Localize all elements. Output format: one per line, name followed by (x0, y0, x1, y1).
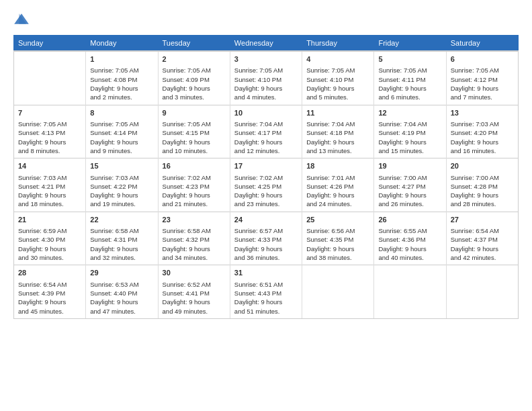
header-row: SundayMondayTuesdayWednesdayThursdayFrid… (14, 36, 519, 52)
calendar-cell: 13Sunrise: 7:03 AM Sunset: 4:20 PM Dayli… (446, 105, 518, 158)
day-info: Sunrise: 6:57 AM Sunset: 4:33 PM Dayligh… (234, 226, 298, 262)
calendar-cell: 25Sunrise: 6:56 AM Sunset: 4:35 PM Dayli… (302, 212, 374, 265)
calendar-cell: 29Sunrise: 6:53 AM Sunset: 4:40 PM Dayli… (86, 265, 158, 319)
calendar-cell: 9Sunrise: 7:05 AM Sunset: 4:15 PM Daylig… (158, 105, 230, 158)
day-info: Sunrise: 7:01 AM Sunset: 4:26 PM Dayligh… (306, 173, 369, 209)
calendar-cell: 24Sunrise: 6:57 AM Sunset: 4:33 PM Dayli… (230, 212, 302, 265)
day-info: Sunrise: 6:54 AM Sunset: 4:37 PM Dayligh… (451, 226, 514, 262)
day-info: Sunrise: 6:58 AM Sunset: 4:32 PM Dayligh… (163, 226, 226, 262)
day-number: 17 (234, 161, 298, 171)
day-number: 1 (90, 54, 153, 64)
column-header-monday: Monday (86, 36, 158, 52)
calendar-cell: 23Sunrise: 6:58 AM Sunset: 4:32 PM Dayli… (158, 212, 230, 265)
calendar-cell (374, 265, 446, 319)
column-header-tuesday: Tuesday (158, 36, 230, 52)
calendar-cell: 26Sunrise: 6:55 AM Sunset: 4:36 PM Dayli… (374, 212, 446, 265)
day-number: 22 (90, 215, 153, 225)
day-number: 13 (451, 108, 514, 118)
logo-icon (13, 11, 30, 27)
column-header-thursday: Thursday (302, 36, 374, 52)
day-info: Sunrise: 6:56 AM Sunset: 4:35 PM Dayligh… (306, 226, 369, 262)
calendar-cell: 17Sunrise: 7:02 AM Sunset: 4:25 PM Dayli… (230, 158, 302, 212)
day-number: 19 (378, 161, 441, 171)
calendar-cell: 18Sunrise: 7:01 AM Sunset: 4:26 PM Dayli… (302, 158, 374, 212)
day-number: 15 (90, 161, 153, 171)
day-number: 23 (163, 215, 226, 225)
column-header-friday: Friday (374, 36, 446, 52)
calendar-cell (446, 265, 518, 319)
day-number: 2 (163, 54, 226, 64)
day-info: Sunrise: 7:04 AM Sunset: 4:18 PM Dayligh… (306, 120, 369, 155)
calendar-cell: 16Sunrise: 7:02 AM Sunset: 4:23 PM Dayli… (158, 158, 230, 212)
calendar-cell: 5Sunrise: 7:05 AM Sunset: 4:11 PM Daylig… (374, 51, 446, 105)
day-number: 26 (378, 215, 441, 225)
day-number: 9 (163, 108, 226, 118)
day-info: Sunrise: 7:00 AM Sunset: 4:27 PM Dayligh… (378, 173, 441, 209)
column-header-sunday: Sunday (14, 36, 86, 52)
day-number: 14 (18, 161, 81, 171)
day-number: 24 (234, 215, 298, 225)
calendar-cell: 30Sunrise: 6:52 AM Sunset: 4:41 PM Dayli… (158, 265, 230, 319)
day-info: Sunrise: 6:54 AM Sunset: 4:39 PM Dayligh… (18, 280, 81, 316)
day-info: Sunrise: 7:05 AM Sunset: 4:09 PM Dayligh… (163, 66, 226, 101)
calendar-cell: 31Sunrise: 6:51 AM Sunset: 4:43 PM Dayli… (230, 265, 302, 319)
day-info: Sunrise: 7:02 AM Sunset: 4:25 PM Dayligh… (234, 173, 298, 209)
day-number: 16 (163, 161, 226, 171)
day-info: Sunrise: 7:03 AM Sunset: 4:21 PM Dayligh… (18, 173, 81, 209)
calendar-cell: 2Sunrise: 7:05 AM Sunset: 4:09 PM Daylig… (158, 51, 230, 105)
calendar-cell: 10Sunrise: 7:04 AM Sunset: 4:17 PM Dayli… (230, 105, 302, 158)
calendar-cell: 12Sunrise: 7:04 AM Sunset: 4:19 PM Dayli… (374, 105, 446, 158)
day-info: Sunrise: 7:02 AM Sunset: 4:23 PM Dayligh… (163, 173, 226, 209)
calendar-cell: 3Sunrise: 7:05 AM Sunset: 4:10 PM Daylig… (230, 51, 302, 105)
calendar-cell: 22Sunrise: 6:58 AM Sunset: 4:31 PM Dayli… (86, 212, 158, 265)
calendar-cell: 14Sunrise: 7:03 AM Sunset: 4:21 PM Dayli… (14, 158, 86, 212)
day-number: 11 (306, 108, 369, 118)
day-number: 6 (451, 54, 514, 64)
day-info: Sunrise: 7:03 AM Sunset: 4:20 PM Dayligh… (451, 120, 514, 155)
day-info: Sunrise: 7:05 AM Sunset: 4:11 PM Dayligh… (378, 66, 441, 101)
calendar-cell: 20Sunrise: 7:00 AM Sunset: 4:28 PM Dayli… (446, 158, 518, 212)
day-info: Sunrise: 7:05 AM Sunset: 4:14 PM Dayligh… (90, 120, 153, 155)
day-number: 29 (90, 268, 153, 278)
day-number: 28 (18, 268, 81, 278)
day-number: 31 (234, 268, 298, 278)
day-number: 7 (18, 108, 81, 118)
day-number: 12 (378, 108, 441, 118)
calendar-cell: 28Sunrise: 6:54 AM Sunset: 4:39 PM Dayli… (14, 265, 86, 319)
calendar-cell (302, 265, 374, 319)
calendar-cell: 6Sunrise: 7:05 AM Sunset: 4:12 PM Daylig… (446, 51, 518, 105)
logo (13, 11, 32, 27)
day-number: 3 (234, 54, 298, 64)
day-info: Sunrise: 7:05 AM Sunset: 4:08 PM Dayligh… (90, 66, 153, 101)
calendar-cell: 21Sunrise: 6:59 AM Sunset: 4:30 PM Dayli… (14, 212, 86, 265)
day-info: Sunrise: 6:55 AM Sunset: 4:36 PM Dayligh… (378, 226, 441, 262)
day-info: Sunrise: 6:59 AM Sunset: 4:30 PM Dayligh… (18, 226, 81, 262)
day-info: Sunrise: 7:05 AM Sunset: 4:15 PM Dayligh… (163, 120, 226, 155)
day-number: 8 (90, 108, 153, 118)
column-header-saturday: Saturday (446, 36, 518, 52)
day-info: Sunrise: 6:52 AM Sunset: 4:41 PM Dayligh… (163, 280, 226, 316)
day-info: Sunrise: 6:53 AM Sunset: 4:40 PM Dayligh… (90, 280, 153, 316)
column-header-wednesday: Wednesday (230, 36, 302, 52)
day-info: Sunrise: 7:03 AM Sunset: 4:22 PM Dayligh… (90, 173, 153, 209)
day-info: Sunrise: 7:04 AM Sunset: 4:17 PM Dayligh… (234, 120, 298, 155)
calendar-cell: 1Sunrise: 7:05 AM Sunset: 4:08 PM Daylig… (86, 51, 158, 105)
calendar-cell: 7Sunrise: 7:05 AM Sunset: 4:13 PM Daylig… (14, 105, 86, 158)
week-row-1: 1Sunrise: 7:05 AM Sunset: 4:08 PM Daylig… (14, 51, 519, 105)
calendar-cell (14, 51, 86, 105)
day-number: 27 (451, 215, 514, 225)
calendar-cell: 4Sunrise: 7:05 AM Sunset: 4:10 PM Daylig… (302, 51, 374, 105)
day-info: Sunrise: 7:05 AM Sunset: 4:13 PM Dayligh… (18, 120, 81, 155)
day-number: 25 (306, 215, 369, 225)
calendar-cell: 8Sunrise: 7:05 AM Sunset: 4:14 PM Daylig… (86, 105, 158, 158)
day-info: Sunrise: 6:51 AM Sunset: 4:43 PM Dayligh… (234, 280, 298, 316)
day-info: Sunrise: 7:04 AM Sunset: 4:19 PM Dayligh… (378, 120, 441, 155)
day-info: Sunrise: 7:05 AM Sunset: 4:10 PM Dayligh… (234, 66, 298, 101)
week-row-3: 14Sunrise: 7:03 AM Sunset: 4:21 PM Dayli… (14, 158, 519, 212)
day-info: Sunrise: 7:05 AM Sunset: 4:12 PM Dayligh… (451, 66, 514, 101)
day-number: 4 (306, 54, 369, 64)
day-info: Sunrise: 6:58 AM Sunset: 4:31 PM Dayligh… (90, 226, 153, 262)
week-row-2: 7Sunrise: 7:05 AM Sunset: 4:13 PM Daylig… (14, 105, 519, 158)
calendar-cell: 19Sunrise: 7:00 AM Sunset: 4:27 PM Dayli… (374, 158, 446, 212)
day-number: 30 (163, 268, 226, 278)
